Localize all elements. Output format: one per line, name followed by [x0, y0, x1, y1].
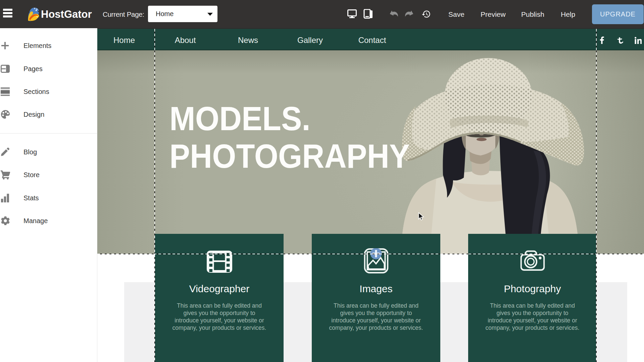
svg-text:PHOTOGRAPHY: PHOTOGRAPHY	[169, 137, 410, 175]
svg-text:MODELS.: MODELS.	[169, 100, 310, 137]
